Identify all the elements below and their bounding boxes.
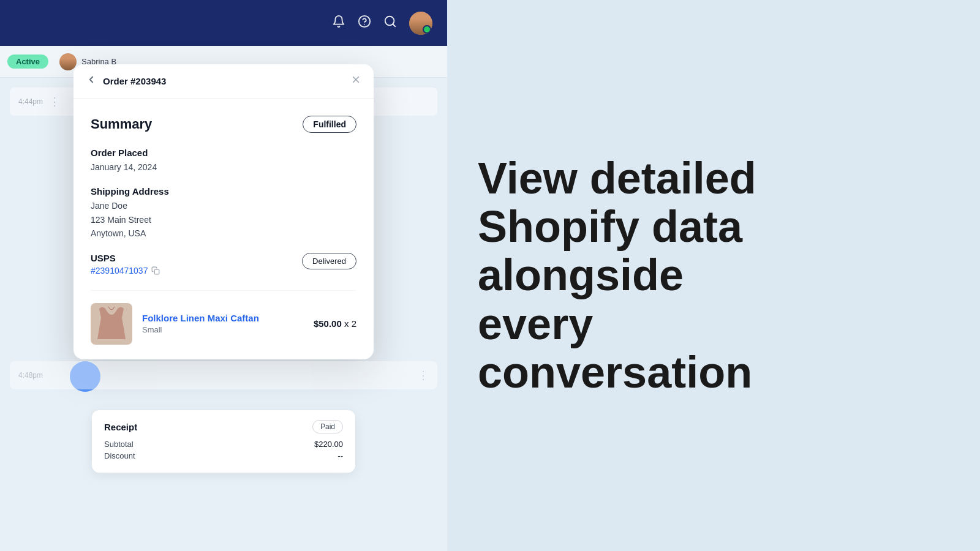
product-row: Folklore Linen Maxi Caftan Small $50.00 … xyxy=(91,290,356,345)
receipt-title: Receipt xyxy=(104,422,137,432)
discount-row: Discount -- xyxy=(104,451,343,460)
svg-rect-6 xyxy=(155,269,160,274)
shipping-left: USPS #23910471037 xyxy=(91,253,160,276)
product-price: $50.00 x 2 xyxy=(314,318,356,329)
shipping-address-label: Shipping Address xyxy=(91,186,356,197)
shipping-address-section: Shipping Address Jane Doe 123 Main Stree… xyxy=(91,186,356,240)
nav-bar xyxy=(0,0,447,46)
order-placed-label: Order Placed xyxy=(91,148,356,158)
paid-badge: Paid xyxy=(312,420,343,433)
modal-title: Order #203943 xyxy=(103,76,350,86)
bg-item-2-container: 4:48pm ⋮ xyxy=(10,361,437,394)
discount-value: -- xyxy=(337,451,343,460)
shipping-city: Anytown, USA xyxy=(91,227,356,240)
hero-line2: Shopify data xyxy=(478,202,742,251)
bg-menu-dots-2[interactable]: ⋮ xyxy=(418,369,429,382)
subtotal-label: Subtotal xyxy=(104,440,134,449)
modal-header: Order #203943 xyxy=(74,64,374,99)
order-placed-section: Order Placed January 14, 2024 xyxy=(91,148,356,174)
tracking-link[interactable]: #23910471037 xyxy=(91,266,160,276)
bg-time-2: 4:48pm xyxy=(18,371,43,380)
close-icon[interactable] xyxy=(350,74,361,88)
tab-avatar xyxy=(59,53,77,70)
subtotal-row: Subtotal $220.00 xyxy=(104,440,343,449)
discount-label: Discount xyxy=(104,451,135,460)
avatar[interactable] xyxy=(409,12,432,35)
summary-title: Summary xyxy=(91,116,152,132)
shipping-carrier-row: USPS #23910471037 Delivered xyxy=(91,253,356,276)
tracking-number: #23910471037 xyxy=(91,266,148,276)
modal-body: Summary Fulfilled Order Placed January 1… xyxy=(74,99,374,359)
help-icon[interactable] xyxy=(358,15,371,32)
shipping-street: 123 Main Street xyxy=(91,213,356,227)
shipping-name: Jane Doe xyxy=(91,199,356,212)
svg-line-3 xyxy=(393,24,395,26)
hero-line3: alongside every xyxy=(478,250,684,348)
list-item: 4:48pm ⋮ xyxy=(10,361,437,389)
hero-line4: conversation xyxy=(478,348,752,397)
bell-icon[interactable] xyxy=(332,15,345,32)
price-value: $50.00 xyxy=(314,318,342,329)
right-panel: View detailed Shopify data alongside eve… xyxy=(429,0,980,551)
copy-icon[interactable] xyxy=(151,266,160,275)
receipt-header: Receipt Paid xyxy=(104,420,343,433)
order-date: January 14, 2024 xyxy=(91,160,356,174)
price-x: x xyxy=(344,318,352,329)
delivered-badge: Delivered xyxy=(302,253,356,269)
product-name[interactable]: Folklore Linen Maxi Caftan xyxy=(142,313,304,323)
carrier-name: USPS xyxy=(91,253,160,263)
product-qty: 2 xyxy=(352,318,356,329)
product-info: Folklore Linen Maxi Caftan Small xyxy=(142,313,304,334)
receipt-section: Receipt Paid Subtotal $220.00 Discount -… xyxy=(92,410,355,473)
product-variant: Small xyxy=(142,325,304,334)
subtotal-value: $220.00 xyxy=(314,440,343,449)
fulfilled-badge: Fulfilled xyxy=(303,116,356,133)
bg-time-1: 4:44pm xyxy=(18,97,43,106)
back-button[interactable] xyxy=(86,74,97,88)
hero-text: View detailed Shopify data alongside eve… xyxy=(478,154,796,397)
summary-header: Summary Fulfilled xyxy=(91,116,356,133)
order-modal: Order #203943 Summary Fulfilled Order Pl… xyxy=(74,64,374,359)
hero-line1: View detailed xyxy=(478,154,756,203)
app-window: Active Sabrina B 4:44pm ⋮ Order #203943 xyxy=(0,0,447,551)
product-image xyxy=(91,303,132,345)
active-tab-badge[interactable]: Active xyxy=(7,54,48,69)
search-icon[interactable] xyxy=(383,15,397,32)
bg-menu-dots-1[interactable]: ⋮ xyxy=(49,95,60,108)
